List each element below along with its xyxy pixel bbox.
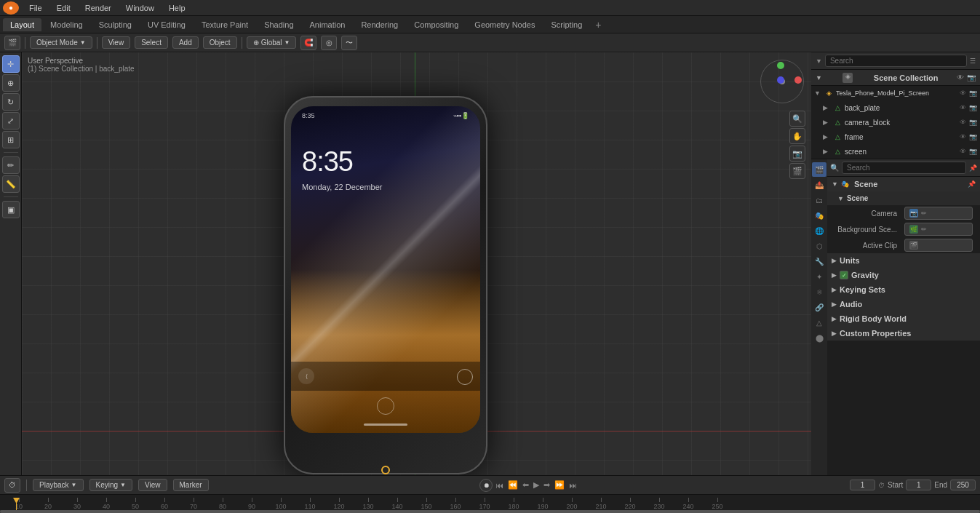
menu-render[interactable]: Render — [81, 2, 116, 14]
add-workspace-button[interactable]: + — [591, 19, 605, 31]
timeline-view-btn[interactable]: View — [138, 479, 167, 491]
vp-nav-camera[interactable]: 📷 — [789, 146, 805, 162]
tab-sculpting[interactable]: Sculpting — [92, 18, 139, 31]
section-gravity-header[interactable]: ▶ ✓ Gravity — [827, 268, 980, 282]
snap-icon[interactable]: 🧲 — [300, 36, 316, 50]
outliner-search-input[interactable] — [825, 55, 967, 67]
tab-geometry-nodes[interactable]: Geometry Nodes — [467, 18, 542, 31]
section-keying-header[interactable]: ▶ Keying Sets — [827, 282, 980, 297]
scene-sub-header[interactable]: ▼ Scene — [827, 191, 980, 205]
menu-window[interactable]: Window — [121, 2, 159, 14]
prop-icon-modifier[interactable]: 🔧 — [812, 254, 826, 269]
eye-icon-cb[interactable]: 👁 — [960, 119, 966, 126]
render-icon-fr[interactable]: 📷 — [969, 133, 977, 140]
prop-icon-object[interactable]: ⬡ — [812, 239, 826, 253]
prop-icon-scene[interactable]: 🎭 — [812, 208, 826, 223]
tab-modeling[interactable]: Modeling — [43, 18, 90, 31]
transform-btn[interactable]: ⊕ Global ▼ — [247, 36, 297, 49]
prop-icon-render[interactable]: 🎬 — [812, 162, 826, 177]
tool-scale[interactable]: ⤢ — [2, 112, 20, 130]
tab-rendering[interactable]: Rendering — [354, 18, 405, 31]
engine-icon[interactable]: 🎬 — [4, 36, 20, 50]
object-mode-btn[interactable]: Object Mode ▼ — [30, 36, 92, 49]
object-menu-btn[interactable]: Object — [203, 36, 237, 49]
outliner-item-camera-block[interactable]: ▶ △ camera_block 👁 📷 — [811, 115, 980, 130]
outliner-item-back-plate[interactable]: ▶ △ back_plate 👁 📷 — [811, 100, 980, 115]
vp-nav-render[interactable]: 🎬 — [789, 163, 805, 179]
tool-cursor[interactable]: ✛ — [2, 55, 20, 73]
marker-btn[interactable]: Marker — [173, 479, 209, 491]
tl-play-btn[interactable]: ▶ — [532, 480, 541, 490]
outliner-item-frame[interactable]: ▶ △ frame 👁 📷 — [811, 130, 980, 144]
tl-next-keyframe-btn[interactable]: ➡ — [542, 480, 551, 490]
tool-move[interactable]: ⊕ — [2, 74, 20, 92]
tool-transform[interactable]: ⊞ — [2, 131, 20, 148]
start-frame-input[interactable] — [906, 480, 931, 490]
outliner-item-screen[interactable]: ▶ △ screen 👁 📷 — [811, 144, 980, 159]
timeline-scrollbar-thumb[interactable] — [0, 510, 980, 513]
add-menu-btn[interactable]: Add — [172, 36, 199, 49]
tl-prev-frame-btn[interactable]: ⏪ — [506, 480, 519, 490]
tab-uv-editing[interactable]: UV Editing — [140, 18, 193, 31]
props-pin-icon[interactable]: 📌 — [969, 164, 977, 172]
section-scene-header[interactable]: ▼ 🎭 Scene 📌 — [827, 177, 980, 191]
props-search-input[interactable] — [842, 162, 966, 174]
menu-file[interactable]: File — [25, 2, 47, 14]
select-menu-btn[interactable]: Select — [135, 36, 168, 49]
active-clip-value[interactable]: 🎬 — [904, 239, 973, 252]
prop-icon-constraints[interactable]: 🔗 — [812, 300, 826, 314]
vp-nav-zoom-in[interactable]: 🔍 — [789, 111, 805, 127]
render-icon-bp[interactable]: 📷 — [969, 104, 977, 111]
gravity-checkbox[interactable]: ✓ — [840, 271, 848, 279]
curve-icon[interactable]: 〜 — [341, 36, 357, 50]
tab-texture-paint[interactable]: Texture Paint — [194, 18, 255, 31]
expand-icon-bp[interactable]: ▶ — [823, 104, 830, 111]
menu-help[interactable]: Help — [164, 2, 190, 14]
section-units-header[interactable]: ▶ Units — [827, 253, 980, 268]
sc-camera-icon[interactable]: 📷 — [967, 73, 976, 81]
scene-pin-icon[interactable]: 📌 — [968, 180, 976, 188]
eye-icon[interactable]: 👁 — [960, 90, 966, 97]
eye-icon-fr[interactable]: 👁 — [960, 133, 966, 140]
keying-btn[interactable]: Keying ▼ — [89, 479, 133, 491]
expand-icon-fr[interactable]: ▶ — [823, 133, 830, 140]
section-custom-props-header[interactable]: ▶ Custom Properties — [827, 326, 980, 341]
sc-expand-icon[interactable]: ▼ — [816, 74, 822, 81]
tool-add[interactable]: ▣ — [2, 201, 20, 218]
viewport-gizmo[interactable] — [760, 60, 804, 103]
timeline-mode-icon[interactable]: ⏱ — [4, 478, 20, 493]
menu-edit[interactable]: Edit — [52, 2, 75, 14]
tool-rotate[interactable]: ↻ — [2, 93, 20, 111]
section-rigid-body-header[interactable]: ▶ Rigid Body World — [827, 311, 980, 326]
prop-icon-output[interactable]: 📤 — [812, 178, 826, 192]
render-icon-sc[interactable]: 📷 — [969, 148, 977, 155]
camera-value[interactable]: 📷 ✏ — [904, 207, 973, 220]
tool-measure[interactable]: 📏 — [2, 175, 20, 193]
playback-btn[interactable]: Playback ▼ — [33, 479, 84, 491]
end-frame-input[interactable] — [950, 480, 976, 490]
prop-icon-data[interactable]: △ — [812, 315, 826, 330]
prop-icon-view-layer[interactable]: 🗂 — [812, 193, 826, 207]
view-menu-btn[interactable]: View — [102, 36, 131, 49]
prop-icon-physics[interactable]: ⚛ — [812, 285, 826, 299]
tab-animation[interactable]: Animation — [303, 18, 353, 31]
section-audio-header[interactable]: ▶ Audio — [827, 297, 980, 311]
current-frame-input[interactable] — [850, 480, 875, 490]
viewport-3d[interactable]: User Perspective (1) Scene Collection | … — [22, 52, 811, 475]
tl-next-frame-btn[interactable]: ⏩ — [553, 480, 566, 490]
filter-icon[interactable]: ▼ — [816, 57, 822, 65]
prop-icon-particles[interactable]: ✦ — [812, 269, 826, 284]
expand-icon[interactable]: ▼ — [814, 90, 821, 97]
timeline-scrollbar[interactable] — [0, 510, 980, 513]
blender-logo[interactable]: ● — [3, 1, 19, 15]
sc-eye-icon[interactable]: 👁 — [957, 73, 964, 81]
render-icon[interactable]: 📷 — [969, 90, 977, 97]
bg-scene-value[interactable]: 🌿 ✏ — [904, 223, 973, 236]
proportional-icon[interactable]: ◎ — [321, 36, 337, 50]
expand-icon-sc[interactable]: ▶ — [823, 148, 830, 155]
outliner-filter-icon[interactable]: ☰ — [970, 57, 976, 65]
tab-compositing[interactable]: Compositing — [407, 18, 466, 31]
tl-prev-keyframe-btn[interactable]: ⬅ — [521, 480, 530, 490]
timeline-bar[interactable]: 10 20 30 40 50 60 70 80 — [0, 494, 980, 513]
prop-icon-world[interactable]: 🌐 — [812, 223, 826, 238]
